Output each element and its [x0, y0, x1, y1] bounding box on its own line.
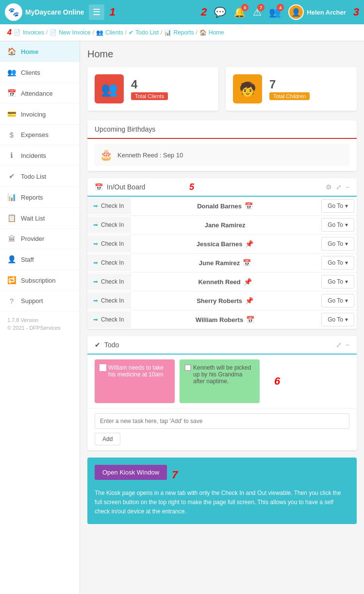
- todo-add-button[interactable]: Add: [95, 433, 120, 445]
- checkin-button-1[interactable]: ➡ Check In: [87, 217, 131, 233]
- person-icon-5: 📌: [245, 297, 253, 305]
- chat-button[interactable]: 💬: [214, 6, 226, 18]
- breadcrumb-invoices-label: Invoices: [23, 29, 44, 36]
- breadcrumb-home[interactable]: 🏠 Home: [199, 29, 224, 36]
- sidebar-item-subscription[interactable]: 🔁 Subscription: [0, 270, 80, 291]
- expenses-sidebar-icon: $: [7, 131, 16, 139]
- clients-number: 4: [131, 78, 168, 91]
- checkin-arrow-icon-6: ➡: [93, 316, 98, 323]
- sidebar-item-expenses[interactable]: $ Expenses: [0, 125, 80, 145]
- sidebar: 🏠 Home 👥 Clients 📅 Attendance 💳 Invoicin…: [0, 41, 80, 594]
- checkin-button-5[interactable]: ➡ Check In: [87, 292, 131, 309]
- hamburger-button[interactable]: ☰: [89, 4, 104, 20]
- goto-button-1[interactable]: Go To ▾: [321, 218, 354, 232]
- breadcrumb-newinvoice[interactable]: 📄 New Invoice: [50, 29, 90, 36]
- goto-button-6[interactable]: Go To ▾: [321, 313, 354, 326]
- todo-text-0: William needs to take his medicine at 10…: [108, 364, 170, 378]
- notification-button[interactable]: 🔔 0: [233, 6, 246, 18]
- breadcrumb-reports[interactable]: 📊 Reports: [164, 29, 194, 36]
- inout-row-0: ➡ Check In Donald Barnes 📅 Go To ▾: [87, 197, 357, 216]
- annotation-3: 3: [353, 6, 359, 18]
- sidebar-item-clients[interactable]: 👥 Clients: [0, 62, 80, 83]
- sidebar-item-staff[interactable]: 👤 Staff: [0, 249, 80, 270]
- goto-chevron-icon-2: ▾: [345, 240, 348, 247]
- todo-check-icon: ✔: [95, 341, 100, 349]
- inout-minimize-button[interactable]: −: [346, 183, 349, 191]
- user-menu[interactable]: 👤 Helen Archer: [288, 4, 346, 20]
- sidebar-item-attendance[interactable]: 📅 Attendance: [0, 83, 80, 104]
- annotation-7: 7: [172, 466, 178, 483]
- breadcrumb-newinvoice-label: New Invoice: [59, 29, 90, 36]
- goto-chevron-icon-0: ▾: [345, 203, 348, 209]
- checkin-button-6[interactable]: ➡ Check In: [87, 311, 131, 328]
- birthday-cake-icon: 🎂: [99, 149, 113, 161]
- checkin-button-4[interactable]: ➡ Check In: [87, 273, 131, 290]
- goto-chevron-icon-6: ▾: [345, 316, 348, 323]
- person-icon-6: 📅: [246, 316, 254, 323]
- inout-settings-button[interactable]: ⚙: [326, 183, 332, 191]
- person-name-5: Sherry Roberts 📌: [131, 297, 319, 305]
- goto-button-2[interactable]: Go To ▾: [321, 237, 354, 251]
- sidebar-item-incidents[interactable]: ℹ Incidents: [0, 145, 80, 166]
- alert-button[interactable]: ⚠ 7: [253, 6, 262, 18]
- annotation-4: 4: [7, 28, 12, 37]
- sidebar-item-reports[interactable]: 📊 Reports: [0, 187, 80, 208]
- sidebar-item-support[interactable]: ? Support: [0, 291, 80, 311]
- todo-card-1: Kenneth will be picked up by his Grandma…: [180, 359, 260, 403]
- goto-button-3[interactable]: Go To ▾: [321, 256, 354, 270]
- goto-button-4[interactable]: Go To ▾: [321, 275, 354, 289]
- goto-button-0[interactable]: Go To ▾: [321, 199, 354, 213]
- sep3: /: [125, 29, 127, 36]
- sidebar-waitlist-label: Wait List: [21, 215, 45, 222]
- notification-badge: 0: [241, 4, 248, 11]
- waitlist-sidebar-icon: 📋: [7, 214, 16, 222]
- goto-button-5[interactable]: Go To ▾: [321, 294, 354, 307]
- checkin-button-2[interactable]: ➡ Check In: [87, 236, 131, 252]
- todo-new-task-input[interactable]: [95, 413, 349, 429]
- inout-expand-button[interactable]: ⤢: [336, 183, 342, 191]
- sep5: /: [196, 29, 197, 36]
- logo-text: MyDaycare Online: [25, 8, 84, 16]
- users-button[interactable]: 👥 4: [269, 6, 281, 18]
- sidebar-item-home[interactable]: 🏠 Home: [0, 41, 80, 62]
- annotation-6: 6: [274, 375, 280, 388]
- invoicing-sidebar-icon: 💳: [7, 110, 16, 119]
- sidebar-staff-label: Staff: [21, 256, 34, 263]
- checkin-button-3[interactable]: ➡ Check In: [87, 255, 131, 271]
- sidebar-item-provider[interactable]: 🏛 Provider: [0, 229, 80, 249]
- birthdays-header: Upcoming Birthdays: [87, 120, 357, 139]
- person-name-0: Donald Barnes 📅: [131, 202, 319, 210]
- breadcrumb-clients[interactable]: 👥 Clients: [96, 29, 123, 36]
- todo-expand-button[interactable]: ⤢: [336, 341, 342, 349]
- user-name: Helen Archer: [307, 9, 346, 16]
- sidebar-item-todolist[interactable]: ✔ Todo List: [0, 166, 80, 187]
- todo-checkbox-row-1: Kenneth will be picked up by his Grandma…: [184, 364, 255, 385]
- children-stat-icon: 🧒: [233, 74, 262, 103]
- birthdays-title: Upcoming Birthdays: [95, 125, 155, 133]
- clients-stat-icon: 👥: [95, 74, 124, 103]
- todo-checkbox-1[interactable]: [184, 364, 191, 371]
- open-kiosk-button[interactable]: Open Kiosk Window: [95, 465, 167, 480]
- annotation-2: 2: [201, 6, 207, 18]
- sidebar-item-invoicing[interactable]: 💳 Invoicing: [0, 104, 80, 125]
- checkin-arrow-icon-0: ➡: [93, 203, 98, 209]
- person-name-6: William Roberts 📅: [131, 316, 319, 323]
- goto-chevron-icon-5: ▾: [345, 297, 348, 304]
- inout-row-1: ➡ Check In Jane Ramirez Go To ▾: [87, 216, 357, 235]
- person-name-4: Kenneth Reed 📌: [131, 278, 319, 286]
- breadcrumb-todo[interactable]: ✔ Todo List: [129, 29, 159, 36]
- chat-icon: 💬: [214, 6, 226, 18]
- sidebar-item-waitlist[interactable]: 📋 Wait List: [0, 208, 80, 229]
- todo-minimize-button[interactable]: −: [346, 341, 349, 349]
- sidebar-reports-label: Reports: [21, 194, 43, 201]
- todo-text-1: Kenneth will be picked up by his Grandma…: [193, 364, 255, 385]
- checkin-button-0[interactable]: ➡ Check In: [87, 198, 131, 214]
- todo-checkbox-0[interactable]: [99, 364, 106, 371]
- goto-chevron-icon-3: ▾: [345, 259, 348, 266]
- todo-cards: William needs to take his medicine at 10…: [87, 355, 357, 408]
- avatar: 👤: [288, 4, 304, 20]
- sep2: /: [93, 29, 94, 36]
- inout-panel: 📅 In/Out Board 5 ⚙ ⤢ − ➡ Check In: [87, 178, 357, 329]
- main-layout: 🏠 Home 👥 Clients 📅 Attendance 💳 Invoicin…: [0, 41, 364, 594]
- breadcrumb-invoices[interactable]: 📄 Invoices: [14, 29, 44, 36]
